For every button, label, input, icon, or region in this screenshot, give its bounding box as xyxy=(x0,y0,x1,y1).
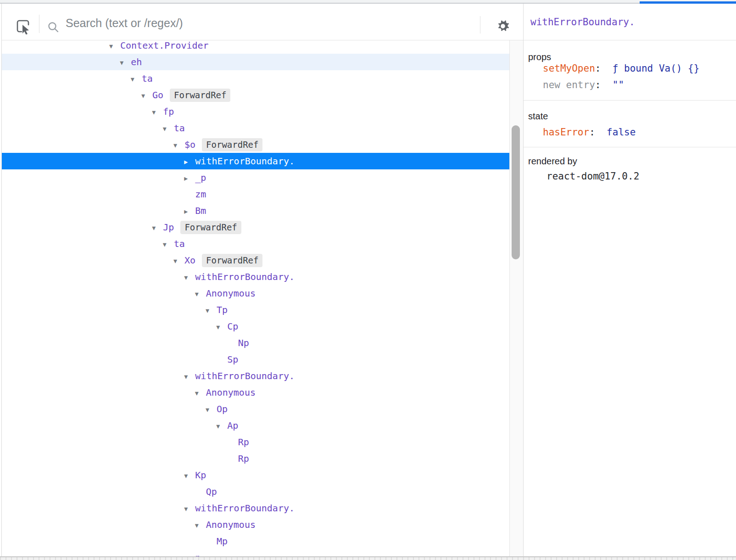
tree-row[interactable]: ▸_p xyxy=(2,169,509,186)
tree-row[interactable]: ▾Op xyxy=(2,401,509,417)
chevron-down-icon[interactable]: ▾ xyxy=(216,418,227,435)
component-name: zm xyxy=(195,189,206,200)
tree-row[interactable]: ▸withErrorBoundary. xyxy=(2,153,509,169)
tree-row[interactable]: zm xyxy=(2,186,509,202)
toolbar-divider xyxy=(39,15,39,33)
component-name: Go xyxy=(152,90,163,101)
tree-row[interactable]: ▾Kp xyxy=(2,467,509,483)
chevron-right-icon[interactable]: ▸ xyxy=(184,203,195,220)
chevron-down-icon[interactable]: ▾ xyxy=(184,550,195,556)
tree-row[interactable]: ▾XoForwardRef xyxy=(2,252,509,269)
tree-row[interactable]: ▾withErrorBoundary. xyxy=(2,500,509,516)
chevron-down-icon[interactable]: ▾ xyxy=(173,253,184,269)
tree-row[interactable]: ▾eh xyxy=(2,54,509,70)
prop-row: new entry: "" xyxy=(543,79,736,91)
chevron-down-icon[interactable]: ▾ xyxy=(195,385,206,402)
prop-row: setMyOpen: ƒ bound Va() {} xyxy=(543,62,736,74)
tree-row[interactable]: ▾withErrorBoundary. xyxy=(2,368,509,384)
tree-row[interactable]: Rp xyxy=(2,450,509,467)
tree-row[interactable]: ▾fp xyxy=(2,103,509,120)
tree-row[interactable]: ▾p xyxy=(2,549,509,556)
forwardref-badge: ForwardRef xyxy=(170,89,230,102)
selected-component-title: withErrorBoundary. xyxy=(530,17,635,28)
component-name: Np xyxy=(238,337,249,348)
chevron-down-icon[interactable]: ▾ xyxy=(184,468,195,484)
component-name: p xyxy=(195,552,201,556)
tree-row[interactable]: ▾ta xyxy=(2,120,509,136)
tree-row[interactable]: Rp xyxy=(2,434,509,450)
component-name: Kp xyxy=(195,470,206,481)
chevron-down-icon[interactable]: ▾ xyxy=(163,236,174,253)
bottom-scrollbar-strip[interactable] xyxy=(0,556,736,560)
chevron-right-icon[interactable]: ▸ xyxy=(184,154,195,170)
component-name: Xo xyxy=(184,255,195,266)
state-value[interactable]: false xyxy=(607,127,636,138)
chevron-down-icon[interactable]: ▾ xyxy=(184,269,195,286)
tree-row[interactable]: ▾Anonymous xyxy=(2,384,509,401)
chevron-down-icon[interactable]: ▾ xyxy=(173,137,184,154)
chevron-down-icon[interactable]: ▾ xyxy=(195,286,206,302)
prop-value[interactable]: ƒ bound Va() {} xyxy=(613,63,700,74)
component-name: Cp xyxy=(227,321,238,332)
chevron-down-icon[interactable]: ▾ xyxy=(206,302,217,319)
tree-row[interactable]: ▾JpForwardRef xyxy=(2,219,509,235)
component-name: eh xyxy=(131,56,142,67)
tree-row[interactable]: ▾Cp xyxy=(2,318,509,335)
tree-row[interactable]: Np xyxy=(2,335,509,351)
component-name: Ap xyxy=(227,420,238,431)
rendered-by-section: rendered by react-dom@17.0.2 xyxy=(524,147,736,191)
chevron-down-icon[interactable]: ▾ xyxy=(216,319,227,336)
component-name: Anonymous xyxy=(206,288,256,299)
component-name: Sp xyxy=(227,354,238,365)
tree-row[interactable]: ▾ta xyxy=(2,235,509,252)
prop-key[interactable]: setMyOpen xyxy=(543,63,595,74)
prop-new-entry-value[interactable]: "" xyxy=(613,79,624,90)
tree-row[interactable]: ▸Bm xyxy=(2,202,509,219)
chevron-down-icon[interactable]: ▾ xyxy=(152,220,163,236)
chevron-right-icon[interactable]: ▸ xyxy=(184,170,195,187)
tree-row[interactable]: ▾$oForwardRef xyxy=(2,136,509,153)
tree-row[interactable]: Sp xyxy=(2,351,509,368)
key-separator: : xyxy=(595,79,601,90)
tree-row[interactable]: ▾ta xyxy=(2,70,509,87)
tree-row[interactable]: ▾Context.Provider xyxy=(2,40,509,54)
chevron-down-icon[interactable]: ▾ xyxy=(152,104,163,121)
tree-row[interactable]: Mp xyxy=(2,533,509,549)
component-name: $o xyxy=(184,139,195,150)
component-name: ta xyxy=(174,238,185,249)
tree-row[interactable]: Qp xyxy=(2,483,509,500)
tree-row[interactable]: ▾withErrorBoundary. xyxy=(2,269,509,285)
chevron-down-icon[interactable]: ▾ xyxy=(206,402,217,418)
forwardref-badge: ForwardRef xyxy=(202,138,262,151)
inspect-element-icon[interactable] xyxy=(15,19,31,34)
chevron-down-icon[interactable]: ▾ xyxy=(120,55,131,71)
search-input[interactable] xyxy=(66,14,387,32)
tree-scrollbar-track[interactable] xyxy=(509,40,523,556)
component-name: _p xyxy=(195,172,206,183)
component-name: Anonymous xyxy=(206,387,256,398)
tree-row[interactable]: ▾GoForwardRef xyxy=(2,87,509,103)
gear-icon[interactable] xyxy=(496,19,510,33)
chevron-down-icon[interactable]: ▾ xyxy=(163,121,174,137)
chevron-down-icon[interactable]: ▾ xyxy=(184,369,195,385)
prop-new-entry-key[interactable]: new entry xyxy=(543,79,595,90)
state-key[interactable]: hasError xyxy=(543,127,589,138)
tree-row[interactable]: ▾Ap xyxy=(2,417,509,434)
tree-scrollbar-thumb[interactable] xyxy=(512,125,520,259)
chevron-down-icon[interactable]: ▾ xyxy=(141,88,152,104)
tree-row[interactable]: ▾Anonymous xyxy=(2,285,509,302)
component-name: Qp xyxy=(206,486,217,497)
component-name: Bm xyxy=(195,205,206,216)
chevron-down-icon[interactable]: ▾ xyxy=(131,71,142,88)
chevron-down-icon[interactable]: ▾ xyxy=(195,517,206,534)
rendered-by-label: rendered by xyxy=(528,156,736,167)
component-name: Mp xyxy=(217,536,228,547)
state-row: hasError: false xyxy=(543,126,736,138)
component-name: withErrorBoundary. xyxy=(195,370,295,381)
chevron-down-icon[interactable]: ▾ xyxy=(109,40,120,55)
tree-row[interactable]: ▾Tp xyxy=(2,302,509,318)
details-header: withErrorBoundary. xyxy=(524,4,736,40)
chevron-down-icon[interactable]: ▾ xyxy=(184,501,195,517)
rendered-by-row: react-dom@17.0.2 xyxy=(546,170,736,182)
tree-row[interactable]: ▾Anonymous xyxy=(2,516,509,533)
